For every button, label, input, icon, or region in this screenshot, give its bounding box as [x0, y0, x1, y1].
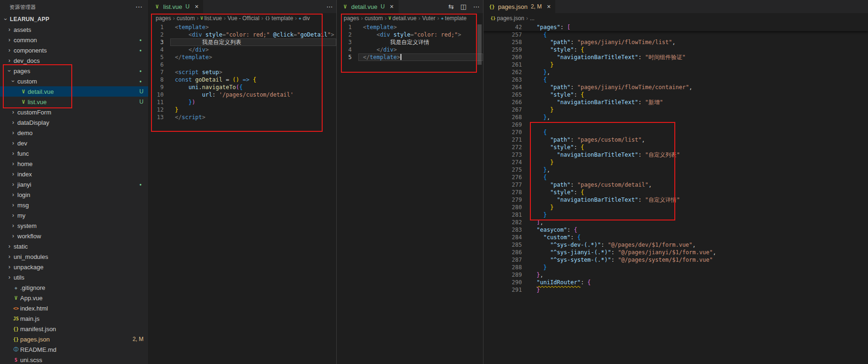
code-line[interactable]: 3 我是自定义详情	[337, 38, 483, 46]
code-line[interactable]: 12}	[149, 106, 336, 114]
code-line[interactable]: 271 "path": "pages/custom/list",	[483, 136, 868, 144]
close-icon[interactable]: ×	[547, 3, 551, 10]
code-line[interactable]: 270 {	[483, 129, 868, 136]
breadcrumb-item-custom[interactable]: custom	[177, 15, 195, 22]
code-line[interactable]: 2 <div style="color: red;" @click="goDet…	[149, 31, 336, 38]
tab-list-vue[interactable]: Vlist.vueU×	[149, 0, 203, 13]
tree-item-demo[interactable]: ›demo	[0, 128, 148, 138]
breadcrumb-item-custom[interactable]: custom	[365, 15, 383, 22]
code-line[interactable]: 276 {	[483, 174, 868, 181]
code-line[interactable]: 13</script>	[149, 114, 336, 121]
tree-item-index-html[interactable]: <>index.html	[0, 303, 148, 313]
code-line[interactable]: 288 }	[483, 264, 868, 271]
code-line[interactable]: 262 },	[483, 68, 868, 76]
tree-item-login[interactable]: ›login	[0, 190, 148, 200]
code-line[interactable]: 8const goDetail = () => {	[149, 76, 336, 83]
split-icon[interactable]: ◫	[457, 0, 470, 13]
breadcrumb-item-pages-json[interactable]: pages.json	[497, 15, 524, 22]
tree-item-home[interactable]: ›home	[0, 159, 148, 169]
code-line[interactable]: 9 uni.navigateTo({	[149, 83, 336, 91]
close-icon[interactable]: ×	[195, 3, 198, 10]
tree-item-dev-docs[interactable]: ›dev_docs	[0, 55, 148, 66]
code-line[interactable]: 260 "navigationBarTitleText": "时间组件验证"	[483, 53, 868, 61]
code-line[interactable]: 1<template>	[149, 23, 336, 31]
code-line[interactable]: 5</template>	[149, 53, 336, 61]
code-line[interactable]: 4 </div>	[149, 46, 336, 53]
code-line[interactable]: 2 <div style="color: red;">	[337, 31, 483, 38]
code-line[interactable]: 284 "custom": {	[483, 234, 868, 241]
breadcrumb-item-template[interactable]: template	[445, 15, 467, 22]
tree-item-main-js[interactable]: JSmain.js	[0, 313, 148, 324]
code-line[interactable]: 258 "path": "pages/jianyi/flowTime/list"…	[483, 38, 868, 46]
tab-detail-vue[interactable]: Vdetail.vueU×	[337, 0, 399, 13]
tree-item-manifest-json[interactable]: {}manifest.json	[0, 324, 148, 334]
code-line[interactable]: 287 "^sys-system-(.*)": "@/pages/system/…	[483, 256, 868, 264]
code-line[interactable]: 10 url: '/pages/custom/detail'	[149, 91, 336, 99]
code-line[interactable]: 277 "path": "pages/custom/detail",	[483, 181, 868, 189]
code-editor[interactable]: 42 "pages": [257 {258 "path": "pages/jia…	[483, 23, 868, 364]
more-actions-icon[interactable]: ⋯	[136, 3, 143, 11]
code-line[interactable]: 283 "easycom": {	[483, 226, 868, 234]
tree-item-system[interactable]: ›system	[0, 220, 148, 231]
more-icon[interactable]: ⋯	[470, 0, 483, 13]
code-line[interactable]: 6	[149, 61, 336, 68]
compare-icon[interactable]: ⇆	[445, 0, 457, 13]
breadcrumb-item-detail-vue[interactable]: detail.vue	[392, 15, 416, 22]
code-line[interactable]: 269	[483, 121, 868, 129]
tree-item-detail-vue[interactable]: Vdetail.vueU	[0, 86, 148, 97]
code-line[interactable]: 278 "style": {	[483, 189, 868, 196]
code-line[interactable]: 4 </div>	[337, 46, 483, 53]
breadcrumb-item-vuter[interactable]: Vuter	[422, 15, 435, 22]
tree-item-my[interactable]: ›my	[0, 210, 148, 220]
code-line[interactable]: 268 },	[483, 114, 868, 121]
tree-item-custom[interactable]: ›custom●	[0, 76, 148, 86]
code-line[interactable]: 265 "style": {	[483, 91, 868, 99]
breadcrumb-item-vue-official[interactable]: Vue - Official	[227, 15, 259, 22]
tree-item-pages-json[interactable]: {}pages.json2, M	[0, 334, 148, 344]
tree-item-list-vue[interactable]: Vlist.vueU	[0, 97, 148, 107]
tree-item-unpackage[interactable]: ›unpackage	[0, 262, 148, 272]
tree-item-root[interactable]: ›LEARUN_APP	[0, 14, 148, 24]
sticky-scroll-line[interactable]: 42 "pages": [	[483, 23, 868, 31]
tree-item-uni-scss[interactable]: Suni.scss	[0, 355, 148, 364]
code-editor[interactable]: 1<template>2 <div style="color: red;" @c…	[149, 23, 336, 364]
code-line[interactable]: 289 },	[483, 271, 868, 279]
tree-item-jianyi[interactable]: ›jianyi●	[0, 179, 148, 190]
code-line[interactable]: 282 ],	[483, 219, 868, 226]
tree-item-gitignore[interactable]: ◆.gitignore	[0, 282, 148, 293]
code-editor[interactable]: 1<template>2 <div style="color: red;">3 …	[337, 23, 483, 364]
breadcrumb-item-[interactable]: ...	[530, 15, 535, 22]
breadcrumb-item-list-vue[interactable]: list.vue	[204, 15, 222, 22]
more-icon[interactable]: ⋯	[323, 0, 336, 13]
code-line[interactable]: 281 }	[483, 211, 868, 219]
code-line[interactable]: 275 },	[483, 166, 868, 174]
code-line[interactable]: 280 }	[483, 204, 868, 211]
scrollbar-thumb[interactable]	[477, 24, 482, 65]
code-line[interactable]: 273 "navigationBarTitleText": "自定义列表"	[483, 151, 868, 159]
tree-item-dev[interactable]: ›dev	[0, 138, 148, 148]
code-line[interactable]: 264 "path": "pages/jianyi/flowTime/conta…	[483, 83, 868, 91]
tree-item-assets[interactable]: ›assets	[0, 24, 148, 35]
breadcrumb-item-template[interactable]: template	[272, 15, 293, 22]
code-line[interactable]: 290 "uniIdRouter": {	[483, 279, 868, 286]
code-line[interactable]: 1<template>	[337, 23, 483, 31]
tree-item-uni-modules[interactable]: ›uni_modules	[0, 251, 148, 262]
tree-item-index[interactable]: ›index	[0, 169, 148, 179]
code-line[interactable]: 279 "navigationBarTitleText": "自定义详情"	[483, 196, 868, 204]
breadcrumb-item-pages[interactable]: pages	[156, 15, 171, 22]
code-line[interactable]: 7<script setup>	[149, 68, 336, 76]
code-line[interactable]: 285 "^sys-dev-(.*)": "@/pages/dev/$1/for…	[483, 241, 868, 249]
tree-item-msg[interactable]: ›msg	[0, 200, 148, 210]
breadcrumb-item-pages[interactable]: pages	[344, 15, 359, 22]
tree-item-pages[interactable]: ›pages●	[0, 66, 148, 76]
code-line[interactable]: 5</template>	[337, 53, 483, 61]
tree-item-utils[interactable]: ›utils	[0, 272, 148, 282]
tree-item-func[interactable]: ›func	[0, 148, 148, 159]
code-line[interactable]: 11 })	[149, 99, 336, 106]
code-line[interactable]: 266 "navigationBarTitleText": "新增"	[483, 99, 868, 106]
code-line[interactable]: 291 }	[483, 286, 868, 294]
breadcrumb-item-div[interactable]: div	[303, 15, 310, 22]
tree-item-components[interactable]: ›components●	[0, 45, 148, 55]
code-line[interactable]: 259 "style": {	[483, 46, 868, 53]
tree-item-static[interactable]: ›static	[0, 241, 148, 251]
